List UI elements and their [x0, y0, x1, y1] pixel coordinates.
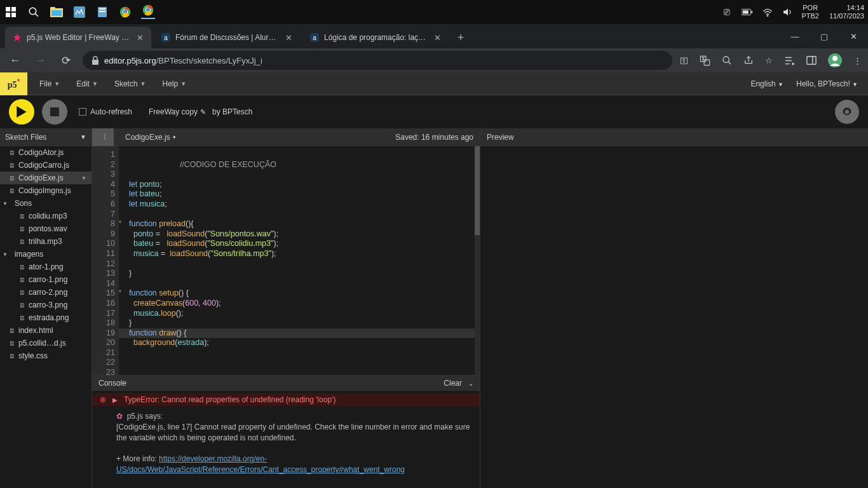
file-item[interactable]: 🗎p5.collid…d.js	[0, 337, 92, 349]
app-icon-1[interactable]	[72, 5, 86, 19]
browser-tab[interactable]: a Lógica de programação: laços e l ✕	[302, 27, 449, 48]
clock[interactable]: 14:14 11/07/2023	[829, 4, 864, 20]
file-icon: 🗎	[19, 302, 25, 309]
clear-console-button[interactable]: Clear	[444, 379, 462, 388]
close-window-icon[interactable]: ✕	[839, 24, 868, 48]
sidebar-toggle-icon[interactable]	[806, 55, 817, 65]
menu-icon[interactable]: ⋮	[853, 56, 862, 65]
browser-tab[interactable]: a Fórum de Discussões | Alura - Cu ✕	[154, 27, 300, 48]
file-item[interactable]: 🗎estrada.png	[0, 311, 92, 324]
file-item[interactable]: 🗎colidiu.mp3	[0, 210, 92, 222]
scrollbar[interactable]	[475, 146, 480, 375]
folder-item[interactable]: Sons	[0, 197, 92, 210]
chevron-down-icon[interactable]: ⌄	[468, 380, 473, 387]
file-item[interactable]: 🗎CodigoImgns.js	[0, 184, 92, 197]
new-tab-button[interactable]: +	[451, 27, 471, 48]
wifi-icon[interactable]	[761, 5, 775, 19]
svg-rect-37	[807, 57, 816, 64]
menu-sketch[interactable]: Sketch▼	[107, 76, 154, 92]
sound-icon[interactable]	[781, 5, 795, 19]
file-item[interactable]: 🗎carro-2.png	[0, 286, 92, 299]
file-item[interactable]: 🗎style.css	[0, 349, 92, 362]
tab-title: Fórum de Discussões | Alura - Cu	[175, 33, 280, 42]
file-item[interactable]: 🗎ator-1.png	[0, 261, 92, 273]
file-icon: 🗎	[19, 264, 25, 271]
error-expand-icon[interactable]: ▶	[112, 396, 118, 403]
more-info-link[interactable]: https://developer.mozilla.org/en-US/docs…	[116, 454, 405, 474]
file-item[interactable]: 🗎trilha.mp3	[0, 235, 92, 248]
back-button[interactable]: ←	[6, 54, 24, 67]
address-bar: ← → ⟳ editor.p5js.org/BPTesch/sketches/L…	[0, 48, 868, 72]
start-icon[interactable]	[4, 5, 18, 19]
svg-rect-7	[50, 7, 55, 10]
kbd-lang[interactable]: POR	[801, 4, 819, 12]
profile-avatar-icon[interactable]	[828, 53, 842, 67]
stop-button[interactable]	[42, 99, 67, 125]
file-item[interactable]: 🗎CodigoAtor.js	[0, 146, 92, 159]
play-button[interactable]	[9, 99, 34, 125]
edit-name-icon[interactable]: ✎	[200, 108, 206, 116]
collapse-sidebar-button[interactable]: 〈	[92, 128, 114, 146]
file-icon: 🗎	[9, 353, 15, 360]
menu-help[interactable]: Help▼	[154, 76, 194, 92]
editor-tab[interactable]: CodigoExe.js ●	[120, 133, 181, 142]
kbd-layout[interactable]: PTB2	[801, 12, 819, 20]
svg-point-43	[845, 110, 849, 114]
menu-edit[interactable]: Edit▼	[69, 76, 105, 92]
zoom-icon[interactable]	[722, 55, 732, 65]
file-icon: 🗎	[9, 327, 15, 334]
alura-favicon-icon: a	[161, 33, 170, 42]
battery-icon[interactable]	[740, 5, 754, 19]
share-icon[interactable]	[743, 55, 754, 65]
language-selector[interactable]: English ▼	[750, 79, 783, 88]
app-icon-2[interactable]	[95, 5, 109, 19]
close-icon[interactable]: ✕	[434, 33, 441, 43]
svg-marker-23	[13, 34, 21, 41]
browser-tab-active[interactable]: p5.js Web Editor | FreeWay copy ✕	[5, 27, 151, 48]
svg-rect-9	[74, 6, 85, 18]
preview-title: Preview	[480, 128, 868, 146]
chevron-down-icon[interactable]: ▼	[81, 175, 86, 181]
file-item[interactable]: 🗎pontos.wav	[0, 222, 92, 235]
folder-item[interactable]: imagens	[0, 248, 92, 261]
chevron-down-icon[interactable]: ▼	[80, 133, 86, 140]
svg-rect-20	[752, 11, 753, 13]
close-icon[interactable]: ✕	[137, 33, 144, 43]
sketch-name[interactable]: FreeWay copy	[149, 107, 198, 116]
minimize-icon[interactable]: ―	[780, 24, 810, 48]
user-greeting[interactable]: Hello, BPTesch! ▼	[796, 79, 858, 88]
auto-refresh-toggle[interactable]: Auto-refresh	[79, 107, 132, 116]
settings-button[interactable]	[835, 100, 859, 124]
file-explorer-icon[interactable]	[50, 5, 64, 19]
error-icon: ⊗	[100, 395, 106, 404]
file-item[interactable]: 🗎carro-3.png	[0, 299, 92, 311]
console-title: Console	[98, 379, 126, 388]
file-item[interactable]: 🗎index.html	[0, 324, 92, 337]
tray-icon[interactable]: ⎚	[720, 5, 734, 19]
code-editor[interactable]: 1234567891011121314151617181920212223242…	[92, 146, 480, 375]
svg-rect-12	[99, 11, 105, 12]
maximize-icon[interactable]: ▢	[810, 24, 839, 48]
menu-file[interactable]: File▼	[32, 76, 67, 92]
svg-rect-8	[51, 10, 62, 16]
playlist-icon[interactable]	[784, 56, 795, 65]
file-item[interactable]: 🗎CodigoCarro.js	[0, 159, 92, 172]
svg-point-22	[768, 15, 768, 16]
chrome-icon-active[interactable]	[141, 5, 155, 19]
translate-icon[interactable]	[700, 55, 710, 66]
file-icon: 🗎	[9, 340, 15, 347]
checkbox-icon[interactable]	[79, 108, 86, 116]
reload-button[interactable]: ⟳	[57, 54, 75, 67]
star-icon[interactable]: ☆	[765, 56, 773, 65]
close-icon[interactable]: ✕	[285, 33, 292, 43]
forward-button[interactable]: →	[32, 54, 50, 67]
address-input[interactable]: editor.p5js.org/BPTesch/sketches/LyFyxJj…	[83, 51, 672, 70]
chrome-icon[interactable]	[118, 5, 132, 19]
error-message: TypeError: Cannot read properties of und…	[124, 395, 336, 404]
file-item[interactable]: 🗎carro-1.png	[0, 273, 92, 286]
file-item[interactable]: 🗎CodigoExe.js▼	[0, 172, 92, 184]
play-bar: Auto-refresh FreeWay copy ✎ by BPTesch	[0, 95, 868, 128]
search-icon[interactable]	[27, 5, 41, 19]
key-icon[interactable]: ⚿	[680, 56, 688, 65]
p5-logo[interactable]: p5*	[0, 72, 28, 95]
